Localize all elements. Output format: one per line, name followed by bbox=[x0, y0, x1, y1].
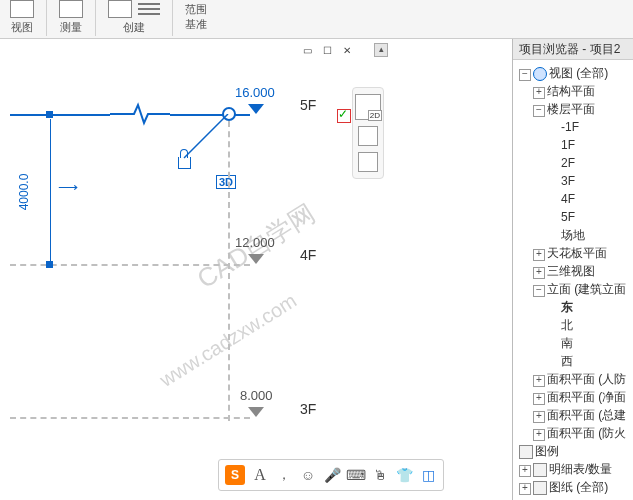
tree-node[interactable]: +面积平面 (净面 bbox=[515, 388, 631, 406]
viewcube-icon[interactable]: 2D bbox=[355, 94, 381, 120]
ime-input-icon[interactable]: 🖱 bbox=[371, 466, 389, 484]
separator bbox=[95, 0, 96, 36]
tree-twisty-icon[interactable]: − bbox=[533, 105, 545, 117]
tree-node[interactable]: 2F bbox=[515, 154, 631, 172]
tree-twisty-icon[interactable]: + bbox=[519, 483, 531, 495]
measure-icon bbox=[59, 0, 83, 18]
dimension-witness-line bbox=[50, 119, 51, 264]
tree-node[interactable]: +面积平面 (防火 bbox=[515, 424, 631, 442]
ime-punct-icon[interactable]: ， bbox=[275, 466, 293, 484]
views-root-icon bbox=[533, 67, 547, 81]
level-line-3f[interactable] bbox=[10, 417, 250, 419]
sogou-logo-icon[interactable]: S bbox=[225, 465, 245, 485]
separator bbox=[46, 0, 47, 36]
tree-node[interactable]: 4F bbox=[515, 190, 631, 208]
maximize-view-icon[interactable]: ☐ bbox=[320, 43, 334, 57]
tree-node[interactable]: 北 bbox=[515, 316, 631, 334]
level-head-triangle-icon bbox=[248, 407, 264, 417]
level-head-triangle-icon bbox=[248, 104, 264, 114]
ime-lang-indicator[interactable]: A bbox=[251, 466, 269, 484]
tree-twisty-icon[interactable]: + bbox=[533, 411, 545, 423]
tree-node-label: 图纸 (全部) bbox=[549, 480, 608, 494]
level-visibility-checkbox[interactable] bbox=[337, 109, 351, 123]
level-line-5f-left[interactable] bbox=[10, 114, 110, 116]
level-name-5f[interactable]: 5F bbox=[300, 97, 316, 113]
tree-node-label: 南 bbox=[561, 336, 573, 350]
tree-node[interactable]: +面积平面 (人防 bbox=[515, 370, 631, 388]
restore-view-icon[interactable]: ▭ bbox=[300, 43, 314, 57]
tree-node[interactable]: 图例 bbox=[515, 442, 631, 460]
tree-node[interactable]: −立面 (建筑立面 bbox=[515, 280, 631, 298]
tree-node[interactable]: +面积平面 (总建 bbox=[515, 406, 631, 424]
alignment-guide bbox=[228, 121, 230, 421]
ribbon-group-measure[interactable]: 测量 bbox=[49, 0, 93, 37]
tree-node-label: 1F bbox=[561, 138, 575, 152]
tree-twisty-icon[interactable]: + bbox=[533, 87, 545, 99]
ribbon-label: 基准 bbox=[185, 17, 207, 32]
ime-emoji-icon[interactable]: ☺ bbox=[299, 466, 317, 484]
tree-node[interactable]: 3F bbox=[515, 172, 631, 190]
tree-node[interactable]: +结构平面 bbox=[515, 82, 631, 100]
tree-twisty-icon[interactable]: + bbox=[519, 465, 531, 477]
tree-node-label: 图例 bbox=[535, 444, 559, 458]
tree-node-label: 东 bbox=[561, 300, 573, 314]
ime-voice-icon[interactable]: 🎤 bbox=[323, 466, 341, 484]
level-elevation-3f[interactable]: 8.000 bbox=[240, 388, 273, 403]
ribbon-group-view[interactable]: 视图 bbox=[0, 0, 44, 37]
tree-node[interactable]: +明细表/数量 bbox=[515, 460, 631, 478]
project-browser-title: 项目浏览器 - 项目2 bbox=[513, 39, 633, 60]
level-elevation-5f[interactable]: 16.000 bbox=[235, 85, 275, 100]
tree-node[interactable]: 5F bbox=[515, 208, 631, 226]
tree-node[interactable]: 场地 bbox=[515, 226, 631, 244]
tree-node-label: 面积平面 (净面 bbox=[547, 390, 626, 404]
ime-keyboard-icon[interactable]: ⌨ bbox=[347, 466, 365, 484]
tree-node[interactable]: +图纸 (全部) bbox=[515, 478, 631, 496]
tree-node[interactable]: 西 bbox=[515, 352, 631, 370]
level-name-3f[interactable]: 3F bbox=[300, 401, 316, 417]
tree-node-label: 西 bbox=[561, 354, 573, 368]
level-grip[interactable] bbox=[46, 111, 53, 118]
create-list-icon bbox=[138, 1, 160, 17]
tree-node-label: 面积平面 (人防 bbox=[547, 372, 626, 386]
pan-icon[interactable] bbox=[358, 126, 378, 146]
close-view-icon[interactable]: ✕ bbox=[340, 43, 354, 57]
tree-twisty-icon[interactable]: − bbox=[533, 285, 545, 297]
tree-twisty-icon[interactable]: + bbox=[533, 393, 545, 405]
tree-node-label: 面积平面 (总建 bbox=[547, 408, 626, 422]
tree-twisty-icon[interactable]: + bbox=[533, 267, 545, 279]
tree-node[interactable]: 南 bbox=[515, 334, 631, 352]
scroll-up-arrow[interactable]: ▴ bbox=[374, 43, 388, 57]
level-grip[interactable] bbox=[46, 261, 53, 268]
ime-toolbox-icon[interactable]: ◫ bbox=[419, 466, 437, 484]
tree-node[interactable]: +天花板平面 bbox=[515, 244, 631, 262]
tree-node[interactable]: −视图 (全部) bbox=[515, 64, 631, 82]
tree-twisty-icon[interactable]: + bbox=[533, 429, 545, 441]
ribbon-group-create[interactable]: 创建 bbox=[98, 0, 170, 37]
folder-icon bbox=[519, 445, 533, 459]
tree-twisty-icon[interactable]: + bbox=[533, 249, 545, 261]
level-head-triangle-icon bbox=[248, 254, 264, 264]
tree-node[interactable]: −楼层平面 bbox=[515, 100, 631, 118]
tree-node[interactable]: +三维视图 bbox=[515, 262, 631, 280]
tree-node-label: 面积平面 (防火 bbox=[547, 426, 626, 440]
lock-icon[interactable] bbox=[178, 157, 191, 169]
tree-node-label: 2F bbox=[561, 156, 575, 170]
dimension-value[interactable]: 4000.0 bbox=[17, 174, 31, 211]
ribbon-group-scope[interactable]: 范围 基准 bbox=[175, 0, 217, 32]
tree-twisty-icon[interactable]: − bbox=[519, 69, 531, 81]
tree-node-label: -1F bbox=[561, 120, 579, 134]
tree-twisty-icon[interactable]: + bbox=[533, 375, 545, 387]
level-name-4f[interactable]: 4F bbox=[300, 247, 316, 263]
drawing-canvas[interactable]: ▭ ☐ ✕ ▴ 2D CAD自学网 www.cadzxw.com 16.000 … bbox=[0, 39, 512, 500]
ime-skin-icon[interactable]: 👕 bbox=[395, 466, 413, 484]
project-browser-tree[interactable]: −视图 (全部)+结构平面−楼层平面-1F1F2F3F4F5F场地+天花板平面+… bbox=[513, 60, 633, 500]
tree-node[interactable]: 1F bbox=[515, 136, 631, 154]
tree-node-label: 结构平面 bbox=[547, 84, 595, 98]
3d-extents-tag[interactable]: 3D bbox=[216, 175, 236, 189]
level-elevation-4f[interactable]: 12.000 bbox=[235, 235, 275, 250]
tree-node[interactable]: -1F bbox=[515, 118, 631, 136]
tree-node[interactable]: 东 bbox=[515, 298, 631, 316]
tree-node-label: 5F bbox=[561, 210, 575, 224]
nav-tool-icon[interactable] bbox=[358, 152, 378, 172]
tree-node-label: 天花板平面 bbox=[547, 246, 607, 260]
